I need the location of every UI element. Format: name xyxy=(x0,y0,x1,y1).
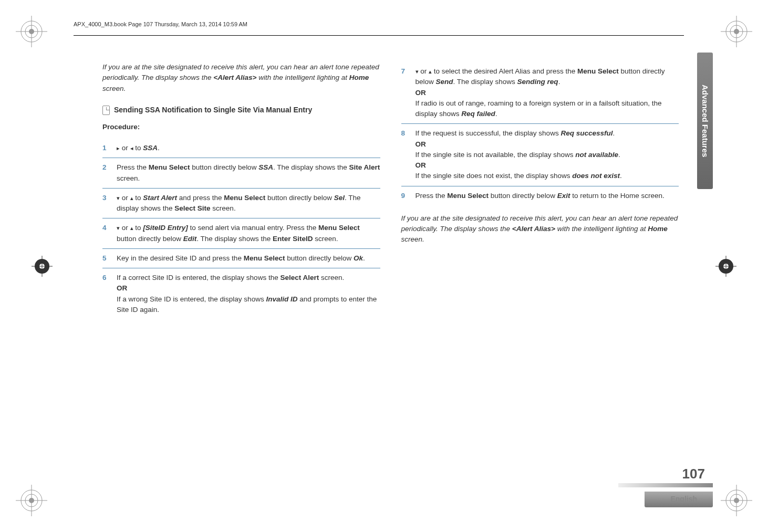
procedure-step: 5Key in the desired Site ID and press th… xyxy=(102,249,380,268)
procedure-step: 3 or to Start Alert and press the Menu S… xyxy=(102,189,380,219)
step-number: 1 xyxy=(102,143,110,153)
left-column: If you are at the site designated to rec… xyxy=(102,62,380,319)
left-steps-list: 1 or to SSA.2Press the Menu Select butto… xyxy=(102,139,380,319)
subsection-heading: Sending SSA Notification to Single Site … xyxy=(102,105,380,116)
page-header-info: APX_4000_M3.book Page 107 Thursday, Marc… xyxy=(74,21,736,27)
outro-text-3: screen. xyxy=(401,235,424,243)
step-text: Press the Menu Select button directly be… xyxy=(416,191,679,201)
procedure-step: 9Press the Menu Select button directly b… xyxy=(401,186,679,205)
procedure-label: Procedure: xyxy=(102,122,380,132)
intro-home: Home xyxy=(349,74,369,81)
step-number: 3 xyxy=(102,193,110,214)
register-mark-bl xyxy=(16,485,47,516)
outro-text-2: with the intelligent lighting at xyxy=(555,225,648,233)
language-label: English xyxy=(670,495,697,503)
outro-alert-alias: <Alert Alias> xyxy=(512,225,555,233)
procedure-step: 4 or to [SiteID Entry] to send alert via… xyxy=(102,218,380,249)
right-steps-list: 7 or to select the desired Alert Alias a… xyxy=(401,62,679,205)
footer-gradient-bar xyxy=(618,483,713,487)
page-number: 107 xyxy=(682,466,705,482)
step-text: or to Start Alert and press the Menu Sel… xyxy=(117,193,380,214)
header-divider xyxy=(74,35,684,36)
step-number: 9 xyxy=(401,191,409,201)
procedure-step: 2Press the Menu Select button directly b… xyxy=(102,158,380,189)
step-text: If the request is successful, the displa… xyxy=(416,128,679,181)
intro-text-3: screen. xyxy=(102,85,126,92)
register-mark-tr xyxy=(721,16,752,47)
step-number: 2 xyxy=(102,162,110,184)
step-number: 5 xyxy=(102,253,110,264)
intro-text-2: with the intelligent lighting at xyxy=(256,74,349,81)
procedure-step: 6If a correct Site ID is entered, the di… xyxy=(102,268,380,319)
right-column: 7 or to select the desired Alert Alias a… xyxy=(401,62,679,319)
step-number: 6 xyxy=(102,273,110,315)
step-number: 8 xyxy=(401,128,409,181)
outro-home: Home xyxy=(648,225,668,233)
procedure-step: 7 or to select the desired Alert Alias a… xyxy=(401,62,679,124)
intro-paragraph: If you are at the site designated to rec… xyxy=(102,62,380,94)
step-number: 7 xyxy=(401,66,409,119)
step-number: 4 xyxy=(102,223,110,244)
step-text: Key in the desired Site ID and press the… xyxy=(117,253,380,264)
step-text: or to SSA. xyxy=(117,143,380,153)
document-icon xyxy=(102,106,110,115)
subsection-title: Sending SSA Notification to Single Site … xyxy=(114,105,312,116)
outro-paragraph: If you are at the site designated to rec… xyxy=(401,213,679,245)
step-text: If a correct Site ID is entered, the dis… xyxy=(117,273,380,315)
step-text: or to [SiteID Entry] to send alert via m… xyxy=(117,223,380,244)
register-mark-br xyxy=(721,485,752,516)
procedure-step: 1 or to SSA. xyxy=(102,139,380,158)
register-mark-tl xyxy=(16,16,47,47)
intro-alert-alias: <Alert Alias> xyxy=(213,74,256,81)
step-text: Press the Menu Select button directly be… xyxy=(117,162,380,184)
procedure-step: 8If the request is successful, the displ… xyxy=(401,124,679,186)
step-text: or to select the desired Alert Alias and… xyxy=(416,66,679,119)
